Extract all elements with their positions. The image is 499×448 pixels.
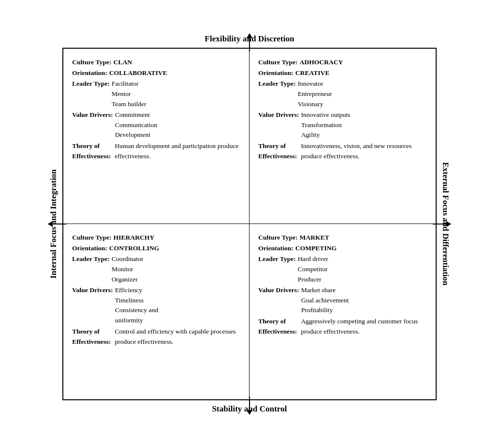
clan-effectiveness-label: Effectiveness: xyxy=(72,151,111,162)
market-theory-text: Aggressively competing and customer focu… xyxy=(301,317,428,337)
arrow-line-h-left xyxy=(53,224,66,224)
adhocracy-value-driver-3: Agility xyxy=(301,130,350,140)
quadrant-hierarchy: Culture Type: HIERARCHY Orientation: CON… xyxy=(63,224,250,399)
adhocracy-theory-text: Innovativeness, vision, and new resource… xyxy=(301,141,428,162)
adhocracy-orientation-value: CREATIVE xyxy=(295,68,329,78)
clan-value-driver-2: Communication xyxy=(115,120,157,131)
hierarchy-value-driver-4: uniformity xyxy=(115,316,158,326)
diagram-container: Flexibility and Discretion Internal Focu… xyxy=(16,15,483,433)
adhocracy-value-driver-2: Transformation xyxy=(301,120,350,131)
hierarchy-culture-type-row: Culture Type: HIERARCHY xyxy=(72,233,241,243)
clan-leader-type-2: Mentor xyxy=(112,89,146,99)
adhocracy-leader-type-2: Entrepreneur xyxy=(298,89,332,99)
hierarchy-orientation-row: Orientation: CONTROLLING xyxy=(72,243,241,254)
hierarchy-leader-type-label: Leader Type: xyxy=(72,254,110,264)
clan-leader-types: Facilitator Mentor Team builder xyxy=(112,79,146,110)
clan-orientation-label: Orientation: xyxy=(72,68,107,78)
adhocracy-leader-types: Innovator Entrepreneur Visionary xyxy=(298,79,332,110)
market-culture-type-label: Culture Type: xyxy=(258,233,298,243)
hierarchy-value-driver-1: Efficiency xyxy=(115,285,158,296)
market-culture-type-value: MARKET xyxy=(300,233,329,243)
clan-theory-row: Theory of Effectiveness: Human developme… xyxy=(72,141,241,162)
adhocracy-effectiveness-label: Effectiveness: xyxy=(258,151,297,162)
market-theory-label-stack: Theory of Effectiveness: xyxy=(258,317,299,337)
arrow-line-v-bottom xyxy=(249,396,250,410)
clan-orientation-value: COLLABORATIVE xyxy=(109,68,167,78)
clan-value-drivers-label: Value Drivers: xyxy=(72,110,113,120)
market-value-drivers: Market share Goal achievement Profitabil… xyxy=(301,285,349,316)
hierarchy-value-drivers-row: Value Drivers: Efficiency Timeliness Con… xyxy=(72,285,241,326)
hierarchy-value-driver-2: Timeliness xyxy=(115,296,158,306)
arrow-line-v-top xyxy=(249,38,250,52)
clan-value-driver-1: Commitment xyxy=(115,110,157,120)
hierarchy-culture-type-value: HIERARCHY xyxy=(114,233,154,243)
adhocracy-value-drivers: Innovative outputs Transformation Agilit… xyxy=(301,110,350,141)
clan-value-driver-3: Development xyxy=(115,130,157,140)
arrow-left xyxy=(48,221,66,227)
hierarchy-theory-row: Theory of Effectiveness: Control and eff… xyxy=(72,327,241,347)
market-value-driver-1: Market share xyxy=(301,285,349,296)
market-orientation-value: COMPETING xyxy=(295,243,337,254)
hierarchy-value-drivers: Efficiency Timeliness Consistency and un… xyxy=(115,285,158,326)
adhocracy-orientation-label: Orientation: xyxy=(258,68,293,78)
arrowhead-up-icon xyxy=(247,33,252,38)
adhocracy-leader-type-3: Visionary xyxy=(298,99,332,110)
market-value-drivers-row: Value Drivers: Market share Goal achieve… xyxy=(258,285,428,316)
hierarchy-leader-type-2: Monitor xyxy=(112,264,143,275)
hierarchy-orientation-value: CONTROLLING xyxy=(109,243,159,254)
market-culture-type-row: Culture Type: MARKET xyxy=(258,233,428,243)
clan-culture-type-label: Culture Type: xyxy=(72,57,112,68)
clan-theory-label: Theory of xyxy=(72,141,111,151)
clan-leader-type-label: Leader Type: xyxy=(72,79,110,89)
market-orientation-row: Orientation: COMPETING xyxy=(258,243,428,254)
hierarchy-value-drivers-label: Value Drivers: xyxy=(72,285,113,296)
hierarchy-leader-types: Coordinator Monitor Organizer xyxy=(112,254,143,285)
hierarchy-theory-text: Control and efficiency with capable proc… xyxy=(115,327,241,347)
market-orientation-label: Orientation: xyxy=(258,243,293,254)
clan-theory-label-stack: Theory of Effectiveness: xyxy=(72,141,113,162)
adhocracy-theory-label: Theory of xyxy=(258,141,297,151)
clan-leader-type-1: Facilitator xyxy=(112,79,146,89)
adhocracy-culture-type-row: Culture Type: ADHOCRACY xyxy=(258,57,428,68)
clan-value-drivers-row: Value Drivers: Commitment Communication … xyxy=(72,110,241,141)
adhocracy-leader-type-row: Leader Type: Innovator Entrepreneur Visi… xyxy=(258,79,428,110)
adhocracy-value-drivers-row: Value Drivers: Innovative outputs Transf… xyxy=(258,110,428,141)
adhocracy-orientation-row: Orientation: CREATIVE xyxy=(258,68,428,78)
arrow-bottom xyxy=(247,396,252,415)
market-value-driver-3: Profitability xyxy=(301,305,349,316)
adhocracy-theory-row: Theory of Effectiveness: Innovativeness,… xyxy=(258,141,428,162)
clan-leader-type-row: Leader Type: Facilitator Mentor Team bui… xyxy=(72,79,241,110)
market-leader-type-row: Leader Type: Hard driver Competitor Prod… xyxy=(258,254,428,285)
adhocracy-leader-type-1: Innovator xyxy=(298,79,332,89)
arrowhead-down-icon xyxy=(247,410,252,415)
market-leader-type-2: Competitor xyxy=(298,264,328,275)
adhocracy-leader-type-label: Leader Type: xyxy=(258,79,296,89)
clan-theory-text: Human development and participation prod… xyxy=(115,141,241,162)
adhocracy-value-drivers-label: Value Drivers: xyxy=(258,110,299,120)
hierarchy-orientation-label: Orientation: xyxy=(72,243,107,254)
adhocracy-value-driver-1: Innovative outputs xyxy=(301,110,350,120)
adhocracy-culture-type-label: Culture Type: xyxy=(258,57,298,68)
arrow-top xyxy=(247,33,252,52)
hierarchy-leader-type-1: Coordinator xyxy=(112,254,143,264)
hierarchy-value-driver-3: Consistency and xyxy=(115,305,158,316)
arrowhead-left-icon xyxy=(48,221,53,227)
adhocracy-culture-type-value: ADHOCRACY xyxy=(300,57,343,68)
market-leader-types: Hard driver Competitor Producer xyxy=(298,254,328,285)
market-theory-label: Theory of xyxy=(258,317,297,327)
market-leader-type-label: Leader Type: xyxy=(258,254,296,264)
quadrant-market: Culture Type: MARKET Orientation: COMPET… xyxy=(250,224,436,399)
hierarchy-theory-label: Theory of xyxy=(72,327,111,337)
chart-area: Culture Type: CLAN Orientation: COLLABOR… xyxy=(62,48,437,400)
quadrants-grid: Culture Type: CLAN Orientation: COLLABOR… xyxy=(63,49,436,399)
market-effectiveness-label: Effectiveness: xyxy=(258,327,297,337)
market-value-driver-2: Goal achievement xyxy=(301,296,349,306)
adhocracy-theory-label-stack: Theory of Effectiveness: xyxy=(258,141,299,162)
clan-leader-type-3: Team builder xyxy=(112,99,146,110)
hierarchy-effectiveness-label: Effectiveness: xyxy=(72,337,111,347)
clan-orientation-row: Orientation: COLLABORATIVE xyxy=(72,68,241,78)
clan-culture-type-row: Culture Type: CLAN xyxy=(72,57,241,68)
hierarchy-leader-type-3: Organizer xyxy=(112,275,143,285)
hierarchy-theory-label-stack: Theory of Effectiveness: xyxy=(72,327,113,347)
quadrant-adhocracy: Culture Type: ADHOCRACY Orientation: CRE… xyxy=(250,49,436,224)
